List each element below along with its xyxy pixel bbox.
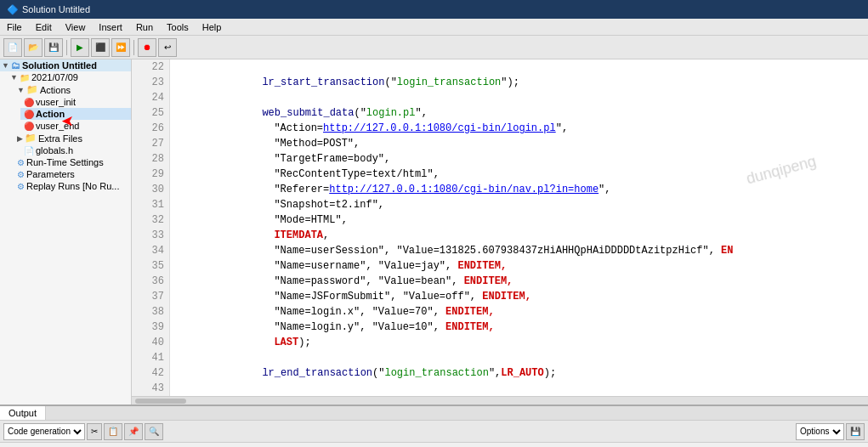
replay-btn[interactable]: ↩ <box>158 38 177 57</box>
open-btn[interactable]: 📂 <box>24 38 43 57</box>
output-save-btn[interactable]: 💾 <box>846 423 865 440</box>
extra-folder-icon: 📁 <box>25 133 37 144</box>
vuser-end-icon: 🔴 <box>24 122 34 131</box>
code-gen-select[interactable]: Code generation <box>3 423 85 440</box>
output-tab-output[interactable]: Output <box>0 406 46 420</box>
vuser-init-icon: 🔴 <box>24 98 34 107</box>
tree-action[interactable]: 🔴 Action <box>20 108 131 120</box>
linenum-42: 42 <box>132 365 169 381</box>
linenum-38: 38 <box>132 304 169 320</box>
menu-tools[interactable]: Tools <box>163 21 192 33</box>
linenum-23: 23 <box>132 75 169 90</box>
tree-vuser-init[interactable]: 🔴 vuser_init <box>20 96 131 108</box>
output-btn-1[interactable]: ✂ <box>87 423 102 440</box>
step-btn[interactable]: ⏩ <box>111 38 130 57</box>
menu-run[interactable]: Run <box>133 21 156 33</box>
new-btn[interactable]: 📄 <box>3 38 22 57</box>
linenum-30: 30 <box>132 182 169 197</box>
globals-icon: 📄 <box>24 146 34 156</box>
separator-1 <box>66 40 67 55</box>
linenum-33: 33 <box>132 228 169 243</box>
code-line-24: web_submit_data("login.pl", <box>177 90 861 105</box>
menu-help[interactable]: Help <box>199 21 225 33</box>
tree-actions[interactable]: ▼ 📁 Actions <box>14 83 131 96</box>
tree-extra-files[interactable]: ▶ 📁 Extra Files <box>14 132 131 144</box>
linenum-39: 39 <box>132 320 169 335</box>
tree-vuser-end[interactable]: 🔴 vuser_end <box>20 120 131 132</box>
solution-icon: 🗂 <box>11 60 20 71</box>
tree-globals[interactable]: 📄 globals.h <box>20 144 131 156</box>
h-scrollbar[interactable] <box>132 396 868 405</box>
menu-view[interactable]: View <box>62 21 89 33</box>
linenum-31: 31 <box>132 197 169 212</box>
code-line-41: lr_end_transaction("login_transaction",L… <box>177 350 861 365</box>
linenum-32: 32 <box>132 212 169 228</box>
red-arrow-indicator: ➤ <box>61 112 74 131</box>
actions-expand-icon: ▼ <box>17 86 25 94</box>
tree-parameters-label: Parameters <box>26 169 75 179</box>
menu-file[interactable]: File <box>3 21 26 33</box>
tree-date-label: 2021/07/09 <box>31 72 78 82</box>
linenum-22: 22 <box>132 59 169 75</box>
output-btn-2[interactable]: 📋 <box>104 423 122 440</box>
solution-explorer: ▼ 🗂 Solution Untitled ▼ 📁 2021/07/09 ▼ 📁… <box>0 59 132 405</box>
run-btn[interactable]: ▶ <box>71 38 89 57</box>
linenum-27: 27 <box>132 136 169 151</box>
menu-edit[interactable]: Edit <box>32 21 55 33</box>
runtime-icon: ⚙ <box>17 158 25 167</box>
date-expand-icon: ▼ <box>10 73 18 82</box>
actions-folder-icon: 📁 <box>26 84 38 95</box>
tree-date[interactable]: ▼ 📁 2021/07/09 <box>7 71 131 83</box>
app-icon: 🔷 <box>7 4 19 15</box>
linenum-41: 41 <box>132 350 169 365</box>
linenum-40: 40 <box>132 335 169 350</box>
separator-2 <box>133 40 134 55</box>
tree-runtime[interactable]: ⚙ Run-Time Settings <box>14 156 131 168</box>
parameters-icon: ⚙ <box>17 170 25 179</box>
output-btn-3[interactable]: 📌 <box>124 423 143 440</box>
linenum-43: 43 <box>132 381 169 396</box>
extra-expand-icon: ▶ <box>17 134 23 143</box>
tree-parameters[interactable]: ⚙ Parameters <box>14 168 131 180</box>
tree-globals-label: globals.h <box>36 145 73 156</box>
line-numbers: 22 23 24 25 26 27 28 29 30 31 32 33 34 3… <box>132 59 170 396</box>
code-container[interactable]: 22 23 24 25 26 27 28 29 30 31 32 33 34 3… <box>132 59 868 396</box>
window-title: Solution Untitled <box>22 4 90 14</box>
main-layout: ▼ 🗂 Solution Untitled ▼ 📁 2021/07/09 ▼ 📁… <box>0 59 868 405</box>
menu-bar: File Edit View Insert Run Tools Help <box>0 19 868 36</box>
linenum-24: 24 <box>132 90 169 105</box>
linenum-28: 28 <box>132 151 169 167</box>
linenum-26: 26 <box>132 121 169 136</box>
linenum-37: 37 <box>132 289 169 304</box>
replay-icon: ⚙ <box>17 182 25 191</box>
linenum-35: 35 <box>132 258 169 274</box>
linenum-29: 29 <box>132 167 169 182</box>
record-btn[interactable]: ⏺ <box>138 38 156 57</box>
tree-replay[interactable]: ⚙ Replay Runs [No Ru... <box>14 180 131 192</box>
editor-area: dunqipeng 22 23 24 25 26 27 28 29 30 31 … <box>132 59 868 405</box>
stop-btn[interactable]: ⬛ <box>91 38 110 57</box>
root-expand-icon: ▼ <box>2 61 9 70</box>
tree-root[interactable]: ▼ 🗂 Solution Untitled <box>0 59 131 71</box>
code-line-43: return 0; <box>177 381 861 396</box>
tree-root-label: Solution Untitled <box>22 60 97 71</box>
date-icon: 📁 <box>20 73 30 82</box>
menu-insert[interactable]: Insert <box>95 21 126 33</box>
action-icon: 🔴 <box>24 110 34 119</box>
tree-runtime-label: Run-Time Settings <box>26 157 104 167</box>
h-scrollbar-thumb[interactable] <box>135 399 186 404</box>
save-btn[interactable]: 💾 <box>44 38 63 57</box>
main-toolbar: 📄 📂 💾 ▶ ⬛ ⏩ ⏺ ↩ <box>0 36 868 59</box>
output-area: Output Code generation ✂ 📋 📌 🔍 Options 💾 <box>0 405 868 447</box>
output-tabs: Output <box>0 406 868 421</box>
output-btn-4[interactable]: 🔍 <box>145 423 163 440</box>
code-lines[interactable]: lr_start_transaction("login_transaction"… <box>170 59 868 396</box>
linenum-34: 34 <box>132 243 169 258</box>
linenum-25: 25 <box>132 105 169 121</box>
output-toolbar: Code generation ✂ 📋 📌 🔍 Options 💾 <box>0 421 868 443</box>
tree-actions-label: Actions <box>40 85 71 95</box>
tree-replay-label: Replay Runs [No Ru... <box>26 181 119 191</box>
options-select[interactable]: Options <box>796 423 844 440</box>
code-line-22: lr_start_transaction("login_transaction"… <box>177 59 861 75</box>
linenum-36: 36 <box>132 274 169 289</box>
